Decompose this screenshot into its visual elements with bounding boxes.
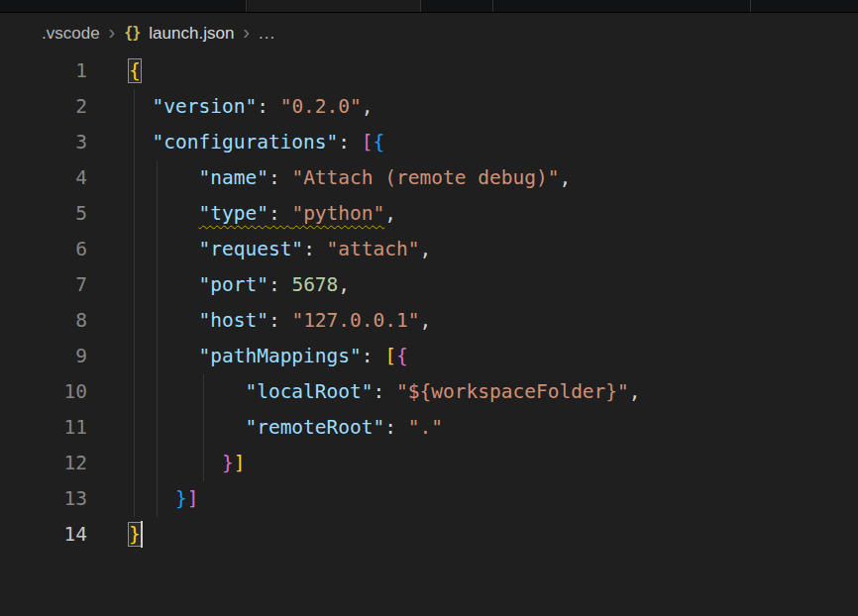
code-token: ] [187, 487, 199, 510]
code-token: : [384, 416, 407, 439]
code-line[interactable]: 12 }] [0, 446, 858, 481]
indent-guide [134, 267, 135, 303]
line-number[interactable]: 7 [0, 267, 87, 303]
code-token: "attach" [327, 238, 420, 260]
code-token: , [362, 95, 374, 118]
code-token: "0.2.0" [280, 95, 362, 118]
indent-guide [157, 339, 158, 374]
indent-guide [157, 446, 158, 481]
code-token: , [629, 380, 641, 403]
indent-guide [134, 232, 135, 267]
line-number[interactable]: 3 [0, 125, 87, 160]
code-line[interactable]: 10 "localRoot": "${workspaceFolder}", [0, 374, 858, 410]
code-content: }] [87, 446, 245, 481]
indent-spaces [129, 487, 175, 510]
line-number[interactable]: 1 [0, 53, 87, 89]
code-line[interactable]: 9 "pathMappings": [{ [0, 339, 858, 374]
line-number[interactable]: 11 [0, 410, 87, 446]
indent-guide [134, 410, 135, 446]
code-line[interactable]: 11 "remoteRoot": "." [0, 410, 858, 446]
code-token: "remoteRoot" [245, 416, 384, 439]
breadcrumb-folder[interactable]: .vscode [42, 24, 100, 44]
code-token: "${workspaceFolder}" [396, 380, 629, 403]
indent-spaces [129, 380, 245, 403]
code-token: 5678 [291, 273, 338, 296]
indent-spaces [129, 309, 198, 332]
line-number[interactable]: 5 [0, 196, 87, 232]
line-number[interactable]: 13 [0, 481, 87, 517]
indent-spaces [129, 202, 198, 225]
code-content: }] [87, 481, 198, 517]
code-token: : [268, 166, 291, 189]
code-token: : [268, 202, 291, 225]
code-token: } [175, 487, 187, 510]
indent-guide [203, 374, 204, 410]
tab-separator [246, 0, 247, 12]
code-line[interactable]: 5 "type": "python", [0, 196, 858, 232]
line-number[interactable]: 6 [0, 232, 87, 267]
code-line[interactable]: 14} [0, 517, 858, 553]
code-line[interactable]: 7 "port": 5678, [0, 267, 858, 303]
editor[interactable]: 1{2 "version": "0.2.0",3 "configurations… [0, 53, 858, 553]
code-token: "configurations" [152, 131, 338, 154]
code-token: "." [408, 416, 443, 439]
indent-guide [157, 267, 158, 303]
line-number[interactable]: 4 [0, 160, 87, 196]
code-token: "type" [198, 202, 268, 225]
tab-segment[interactable] [248, 0, 420, 12]
code-line[interactable]: 4 "name": "Attach (remote debug)", [0, 160, 858, 196]
line-number[interactable]: 10 [0, 374, 87, 410]
code-token: "Attach (remote debug)" [291, 166, 559, 189]
tab-bar[interactable] [0, 0, 858, 13]
indent-guide [134, 446, 135, 481]
indent-spaces [129, 273, 198, 296]
indent-guide [203, 410, 204, 446]
code-token: { [396, 345, 408, 367]
code-token: [ [384, 345, 396, 367]
code-token: , [559, 166, 571, 189]
matched-bracket: { [129, 59, 141, 82]
code-token: "localRoot" [245, 380, 373, 403]
code-token: { [374, 131, 385, 154]
indent-guide [157, 303, 158, 339]
indent-guide [134, 160, 135, 196]
code-content: "version": "0.2.0", [87, 89, 374, 125]
indent-guide [157, 410, 158, 446]
code-token: "pathMappings" [198, 345, 361, 367]
chevron-right-icon: › [243, 22, 250, 42]
text-cursor [141, 521, 143, 548]
code-content: "port": 5678, [87, 267, 350, 303]
code-content: { [87, 53, 141, 89]
code-line[interactable]: 8 "host": "127.0.0.1", [0, 303, 858, 339]
breadcrumb: .vscode › {} launch.json › ... [0, 13, 858, 53]
line-number[interactable]: 9 [0, 339, 87, 374]
indent-guide [157, 160, 158, 196]
indent-spaces [129, 166, 198, 189]
code-content: "remoteRoot": "." [87, 410, 443, 446]
indent-spaces [129, 95, 152, 118]
line-number[interactable]: 14 [0, 517, 87, 553]
indent-guide [134, 303, 135, 339]
code-token: "port" [198, 273, 268, 296]
line-number[interactable]: 2 [0, 89, 87, 125]
indent-guide [157, 196, 158, 232]
code-content: "host": "127.0.0.1", [87, 303, 431, 339]
code-line[interactable]: 6 "request": "attach", [0, 232, 858, 267]
code-line[interactable]: 13 }] [0, 481, 858, 517]
breadcrumb-symbol-ellipsis[interactable]: ... [259, 24, 275, 44]
code-token: "host" [198, 309, 268, 332]
indent-guide [134, 89, 135, 125]
code-token: , [338, 273, 350, 296]
indent-guide [157, 374, 158, 410]
indent-spaces [129, 345, 198, 367]
tab-separator [492, 0, 493, 12]
code-content: } [87, 517, 143, 553]
line-number[interactable]: 8 [0, 303, 87, 339]
breadcrumb-file[interactable]: launch.json [149, 24, 234, 44]
code-line[interactable]: 3 "configurations": [{ [0, 125, 858, 160]
tab-separator [750, 0, 751, 12]
code-line[interactable]: 1{ [0, 53, 858, 89]
indent-guide [134, 196, 135, 232]
code-line[interactable]: 2 "version": "0.2.0", [0, 89, 858, 125]
line-number[interactable]: 12 [0, 446, 87, 481]
